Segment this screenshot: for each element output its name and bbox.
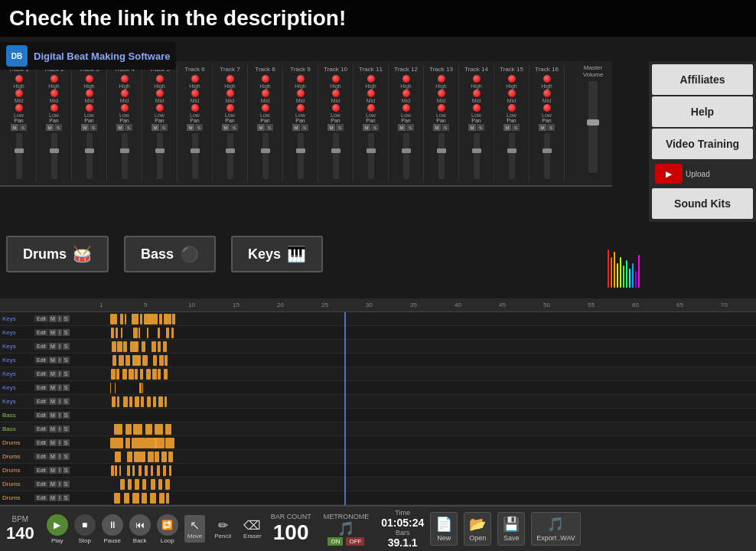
blocks-area-7[interactable]: [99, 395, 756, 409]
knob-low-12[interactable]: [402, 104, 410, 112]
mute-btn-4[interactable]: M: [116, 124, 124, 131]
block-2-6[interactable]: [158, 328, 160, 338]
block-11-5[interactable]: [155, 452, 159, 462]
knob-low-14[interactable]: [473, 104, 481, 112]
fader-1[interactable]: [16, 133, 22, 179]
blocks-area-13[interactable]: [99, 478, 756, 491]
row-i-5[interactable]: I: [57, 370, 62, 377]
block-11-1[interactable]: [127, 452, 132, 462]
block-6-3[interactable]: [110, 383, 111, 393]
knob-low-7[interactable]: [226, 104, 234, 112]
row-s-4[interactable]: S: [63, 357, 70, 364]
solo-btn-10[interactable]: S: [336, 124, 344, 131]
edit-btn-8[interactable]: Edit: [34, 412, 48, 419]
block-12-8[interactable]: [157, 465, 160, 476]
fader-2[interactable]: [51, 133, 57, 179]
bpm-value[interactable]: 140: [6, 523, 34, 543]
block-4-6[interactable]: [153, 355, 157, 366]
blocks-area-12[interactable]: [99, 464, 756, 478]
block-12-0[interactable]: [111, 465, 114, 476]
block-12-6[interactable]: [145, 465, 148, 476]
block-1-1[interactable]: [115, 314, 117, 324]
block-7-9[interactable]: [165, 396, 168, 407]
block-2-7[interactable]: [166, 328, 169, 338]
knob-low-13[interactable]: [438, 104, 445, 112]
block-7-2[interactable]: [123, 396, 128, 407]
block-11-4[interactable]: [148, 452, 154, 462]
block-7-5[interactable]: [141, 396, 144, 407]
row-i-14[interactable]: I: [57, 494, 62, 501]
master-fader[interactable]: [588, 81, 598, 173]
fader-12[interactable]: [403, 133, 409, 179]
knob-high-9[interactable]: [297, 75, 305, 83]
blocks-area-6[interactable]: [99, 381, 756, 395]
solo-btn-9[interactable]: S: [301, 124, 308, 131]
fader-14[interactable]: [474, 133, 480, 179]
block-2-4[interactable]: [138, 328, 140, 338]
block-4-0[interactable]: [112, 355, 116, 366]
blocks-area-4[interactable]: [99, 354, 756, 367]
solo-btn-8[interactable]: S: [266, 124, 273, 131]
solo-btn-15[interactable]: S: [512, 124, 520, 131]
block-2-8[interactable]: [171, 328, 174, 338]
block-5-9[interactable]: [164, 369, 168, 380]
mute-btn-5[interactable]: M: [152, 124, 159, 131]
solo-btn-5[interactable]: S: [160, 124, 168, 131]
block-5-1[interactable]: [116, 369, 119, 380]
fader-4[interactable]: [122, 133, 128, 179]
block-14-4[interactable]: [150, 493, 156, 504]
blocks-area-3[interactable]: [99, 340, 756, 354]
block-3-7[interactable]: [158, 341, 161, 352]
block-5-4[interactable]: [135, 369, 138, 380]
edit-btn-1[interactable]: Edit: [34, 315, 48, 322]
edit-btn-4[interactable]: Edit: [34, 357, 48, 364]
blocks-area-1[interactable]: [99, 312, 756, 326]
block-7-1[interactable]: [117, 396, 120, 407]
export-button[interactable]: 🎵 Export .WAV: [531, 512, 581, 546]
block-13-2[interactable]: [135, 479, 139, 490]
block-13-4[interactable]: [151, 479, 155, 490]
block-12-2[interactable]: [119, 465, 122, 476]
solo-btn-7[interactable]: S: [230, 124, 238, 131]
knob-mid-11[interactable]: [367, 90, 375, 97]
blocks-area-11[interactable]: [99, 450, 756, 464]
row-i-4[interactable]: I: [57, 357, 62, 364]
block-13-1[interactable]: [128, 479, 132, 490]
solo-btn-16[interactable]: S: [547, 124, 555, 131]
knob-high-3[interactable]: [86, 75, 93, 83]
knob-low-2[interactable]: [51, 104, 58, 112]
fader-5[interactable]: [157, 133, 163, 179]
knob-low-10[interactable]: [332, 104, 340, 112]
block-12-4[interactable]: [132, 465, 135, 476]
solo-btn-11[interactable]: S: [371, 124, 379, 131]
knob-mid-15[interactable]: [508, 90, 516, 97]
edit-btn-10[interactable]: Edit: [34, 439, 48, 446]
block-5-3[interactable]: [129, 369, 134, 380]
knob-mid-10[interactable]: [332, 90, 340, 97]
row-i-12[interactable]: I: [57, 467, 62, 474]
block-3-0[interactable]: [112, 341, 116, 352]
knob-mid-12[interactable]: [402, 90, 410, 97]
block-1-0[interactable]: [110, 314, 115, 324]
row-s-9[interactable]: S: [63, 425, 70, 432]
block-13-5[interactable]: [158, 479, 162, 490]
block-3-6[interactable]: [152, 341, 156, 352]
mute-btn-10[interactable]: M: [327, 124, 335, 131]
row-s-7[interactable]: S: [63, 398, 70, 405]
solo-btn-3[interactable]: S: [90, 124, 97, 131]
block-13-0[interactable]: [120, 479, 125, 490]
knob-mid-4[interactable]: [121, 90, 129, 97]
row-m-1[interactable]: M: [49, 315, 57, 322]
help-button[interactable]: Help: [652, 96, 753, 127]
block-2-5[interactable]: [147, 328, 148, 338]
stop-button[interactable]: ■ Stop: [74, 514, 96, 544]
row-m-3[interactable]: M: [49, 343, 57, 350]
bar-count-value[interactable]: 100: [273, 520, 309, 545]
new-button[interactable]: 📄 New: [430, 512, 458, 546]
video-training-button[interactable]: Video Training: [652, 129, 753, 159]
block-9-0[interactable]: [114, 424, 122, 435]
knob-high-8[interactable]: [262, 75, 269, 83]
solo-btn-12[interactable]: S: [406, 124, 414, 131]
edit-btn-7[interactable]: Edit: [34, 398, 48, 405]
affiliates-button[interactable]: Affiliates: [652, 64, 753, 95]
